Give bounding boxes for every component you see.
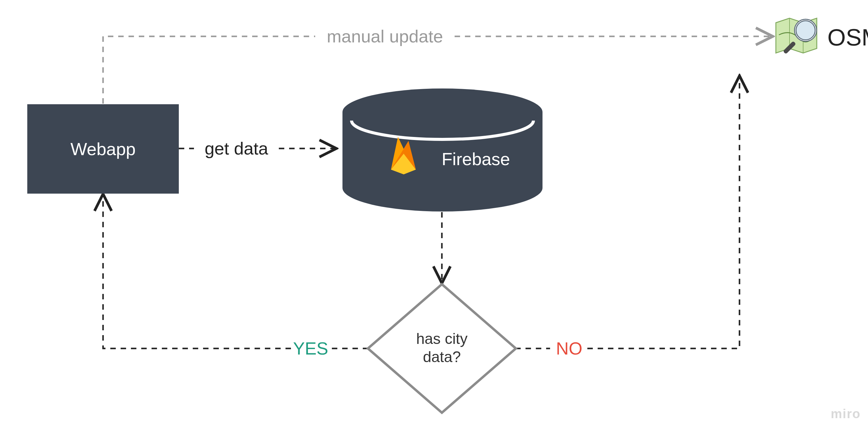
edge-get-data-label: get data: [205, 138, 268, 158]
node-firebase-label: Firebase: [441, 149, 510, 169]
node-webapp-label: Webapp: [71, 139, 136, 159]
osm-icon: [776, 18, 817, 54]
node-decision-line2: data?: [423, 349, 461, 365]
watermark: miro: [831, 406, 861, 421]
node-webapp: Webapp: [27, 104, 179, 194]
edge-yes-label: YES: [293, 338, 328, 358]
node-decision-line1: has city: [416, 330, 468, 347]
node-osm-label: OSM: [827, 24, 868, 51]
edge-manual-update-label: manual update: [327, 26, 443, 46]
svg-point-1: [342, 89, 542, 136]
edge-no-label: NO: [556, 338, 583, 358]
node-decision: has city data?: [368, 284, 516, 413]
edge-no: NO: [515, 76, 740, 358]
node-osm: OSM: [776, 18, 868, 54]
node-firebase: Firebase: [342, 89, 542, 212]
diagram-canvas: manual update get data YES NO Webapp: [0, 0, 868, 423]
edge-yes: YES: [103, 194, 368, 358]
edge-get-data: get data: [179, 138, 336, 158]
